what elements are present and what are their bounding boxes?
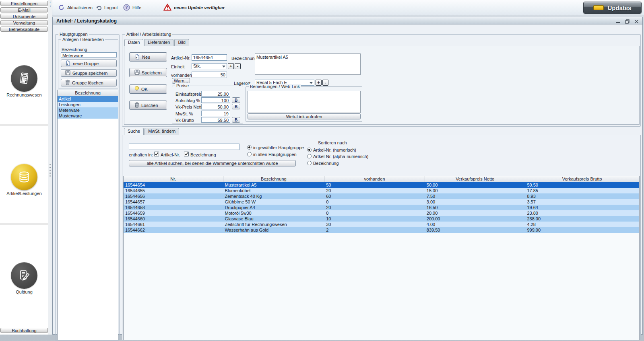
window-titlebar[interactable]: Artikel- / Leistungskatalog	[53, 17, 642, 25]
lagerort-add-button[interactable]: +	[316, 80, 322, 86]
column-header[interactable]: Verkaufspreis Netto	[425, 176, 526, 182]
article-table-header: Nr.BezeichnungvorhandenVerkaufspreis Net…	[124, 176, 639, 182]
preis-input[interactable]: 50,00	[201, 104, 230, 109]
database-icon[interactable]	[11, 164, 37, 190]
einheit-add-button[interactable]: +	[228, 63, 234, 69]
sidebar-item-buchhaltung[interactable]: Buchhaltung	[0, 328, 48, 333]
help-icon: ?	[123, 4, 130, 12]
artikel-nr-input[interactable]: 16544654	[192, 54, 227, 61]
group-list-item[interactable]: Meterware	[58, 107, 118, 113]
einheit-select[interactable]: Stk.	[192, 63, 227, 69]
neu-button[interactable]: * Neu	[129, 52, 167, 62]
sidebar-item-betriebsablaeufe[interactable]: Betriebsabläufe	[0, 27, 48, 32]
gruppe-loeschen-button[interactable]: Gruppe löschen	[61, 79, 117, 86]
sort-radio-bezeichnung[interactable]	[307, 161, 312, 165]
tab-suche[interactable]: Suche	[124, 128, 144, 135]
anlegen-bearbeiten-panel: Anlegen / Bearbeiten Bezeichnung Meterwa…	[58, 39, 118, 88]
column-header[interactable]: vorhanden	[324, 176, 425, 182]
table-cell: 8.93	[525, 193, 639, 199]
sidebar-separator	[0, 223, 48, 225]
preis-input[interactable]: 19	[201, 111, 230, 116]
scope-radio-gewaehlte[interactable]	[247, 145, 252, 150]
sidebar-item-email[interactable]: E-Mail	[0, 7, 48, 12]
warn-button[interactable]: Warn...	[172, 78, 190, 84]
receipt-icon[interactable]	[11, 262, 37, 289]
table-row[interactable]: 16544655Blumenkübel2015.0017.85	[124, 188, 639, 193]
splitter-collapse-icon[interactable]: ‹›	[48, 1, 52, 8]
table-row[interactable]: 16544660Glasvase Blau10200.00238.00	[124, 216, 639, 222]
help-button[interactable]: ? Hilfe	[123, 0, 141, 15]
lagerort-remove-button[interactable]: -	[322, 80, 328, 86]
b-button[interactable]: B	[232, 97, 240, 103]
minimize-icon[interactable]	[615, 18, 621, 24]
gruppe-bezeichnung-label: Bezeichnung	[62, 47, 87, 52]
bezeichnung-label: Bezeichnung	[231, 56, 257, 61]
loeschen-button[interactable]: Löschen	[129, 101, 167, 110]
table-cell: 19.64	[525, 205, 639, 210]
b-button[interactable]: B	[232, 117, 240, 123]
table-cell: Zementsack 40 Kg	[223, 193, 325, 199]
search-input[interactable]	[129, 144, 239, 150]
preis-input[interactable]: 25,00	[201, 91, 230, 97]
table-row[interactable]: 16544654Musterartikel A55050.0059.50	[124, 182, 639, 188]
column-header[interactable]: Bezeichnung	[223, 176, 325, 182]
sidebar-item-verwaltung[interactable]: Verwaltung	[0, 20, 48, 25]
anlegen-legend: Anlegen / Bearbeiten	[61, 37, 105, 42]
table-row[interactable]: 16544657Glühbirne 50 W03.003.57	[124, 199, 639, 205]
sort-radio-alphanumerisch[interactable]	[307, 154, 312, 158]
group-list-header[interactable]: Bezeichnung	[58, 90, 118, 96]
updates-button[interactable]: Updates	[583, 2, 642, 14]
close-icon[interactable]	[634, 18, 639, 24]
gruppe-bezeichnung-input[interactable]: Meterware	[61, 52, 117, 58]
vorhanden-input[interactable]: 50	[192, 72, 227, 78]
sort-radio-numerisch[interactable]	[307, 148, 312, 152]
table-row[interactable]: 16544661Zeitschrift für Rechnungswesen30…	[124, 222, 639, 227]
preis-input[interactable]: 100	[201, 97, 230, 103]
bemerkungen-textarea[interactable]	[248, 91, 361, 113]
sidebar-item-einstellungen[interactable]: Einstellungen	[0, 1, 48, 6]
splitter-handle[interactable]	[50, 162, 51, 178]
b-button[interactable]: B	[232, 104, 240, 109]
group-list-item[interactable]: Musterware	[58, 113, 118, 119]
preis-row: Einkaufspreis25,00	[172, 91, 243, 97]
neue-gruppe-button[interactable]: * neue Gruppe	[61, 60, 117, 67]
ok-label: OK	[141, 87, 148, 92]
tab-daten[interactable]: Daten	[124, 39, 143, 46]
tab-mwst-aendern[interactable]: MwSt. ändern	[144, 128, 179, 135]
trash-icon	[134, 102, 139, 109]
tab-lieferanten[interactable]: Lieferanten	[144, 39, 173, 46]
ok-button[interactable]: OK	[129, 84, 167, 94]
loeschen-label: Löschen	[141, 103, 158, 108]
group-list-item[interactable]: Leistungen	[58, 102, 118, 107]
bezeichnung-textarea[interactable]: Musterartikel A5	[255, 53, 361, 75]
preise-legend: Preise	[175, 83, 190, 88]
bezeichnung-checkbox[interactable]	[184, 152, 189, 156]
weblink-button[interactable]: Web-Link aufrufen	[248, 113, 361, 119]
speichern-button[interactable]: Speichern	[129, 68, 167, 77]
table-row[interactable]: 16544662Wasserhahn aus Gold2839.50999.00	[124, 227, 639, 233]
scope-radio-alle[interactable]	[247, 152, 252, 156]
table-row[interactable]: 16544659Motoröl 5w30020.0023.80	[124, 210, 639, 216]
gruppe-speichern-button[interactable]: Gruppe speichern	[61, 69, 117, 77]
table-row[interactable]: 16544656Zementsack 40 Kg607.508.93	[124, 193, 639, 199]
chevron-down-icon	[222, 66, 225, 68]
warnmenge-search-button[interactable]: alle Artikel suchen, bei denen die Warnm…	[129, 160, 296, 166]
einheit-remove-button[interactable]: -	[235, 63, 241, 69]
preis-input[interactable]: 59,50	[201, 117, 230, 123]
neu-label: Neu	[142, 55, 150, 60]
artikel-nr-checkbox[interactable]	[154, 152, 159, 156]
preis-label: MwSt. %	[175, 111, 193, 116]
group-list-item[interactable]: Artikel	[58, 96, 118, 102]
sidebar-separator	[0, 124, 48, 126]
tab-bild[interactable]: Bild	[174, 39, 189, 46]
column-header[interactable]: Verkaufspreis Brutto	[525, 176, 639, 182]
calculator-icon[interactable]	[11, 65, 37, 92]
restore-icon[interactable]	[625, 18, 630, 24]
sidebar-item-dokumente[interactable]: Dokumente	[0, 14, 48, 19]
table-row[interactable]: 16544658Druckpapier A42016.5019.64	[124, 205, 639, 210]
refresh-button[interactable]: Aktualisieren	[58, 0, 93, 15]
logout-button[interactable]: Logout	[96, 0, 118, 15]
sidebar-splitter[interactable]: ‹›	[48, 0, 52, 335]
column-header[interactable]: Nr.	[124, 176, 223, 182]
table-cell: 15.00	[425, 188, 526, 193]
